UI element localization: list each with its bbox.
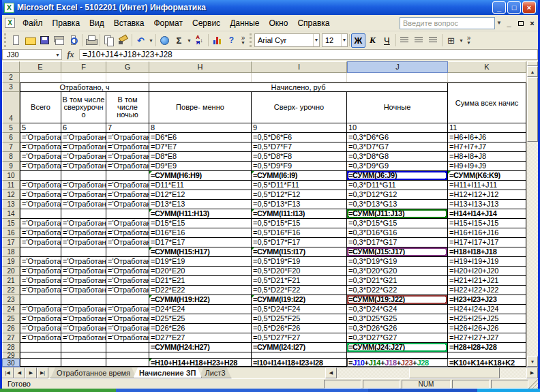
cell-J22[interactable]: =0,3*D22*G22 [347, 286, 448, 295]
cell-H29[interactable] [149, 352, 252, 359]
cell-I21[interactable]: =0,5*D21*F21 [252, 276, 347, 286]
question-input[interactable]: Введите вопрос [400, 17, 495, 29]
cell-F21[interactable]: ='Отработан [61, 276, 106, 286]
cell-H16[interactable]: =D16*E16 [149, 228, 252, 238]
select-all-box[interactable] [2, 61, 20, 73]
cell-H2[interactable] [149, 73, 252, 82]
cell-G11[interactable]: ='Отработан [106, 181, 149, 190]
cell-K30[interactable]: =K10+K14+K18+K2 [448, 359, 526, 367]
formula-input[interactable]: =J10+J14+J18+J23+J28 [80, 49, 538, 60]
cell-J20[interactable]: =0,3*D20*G20 [347, 267, 448, 276]
borders-icon[interactable]: ⊞ [444, 33, 458, 48]
cell-F12[interactable]: ='Отработан [61, 190, 106, 200]
print-icon[interactable] [84, 33, 98, 48]
cell-I29[interactable] [252, 352, 347, 359]
row-header-17[interactable]: 17 [2, 238, 20, 247]
cell-J8[interactable]: =0,3*D8*G8 [347, 152, 448, 162]
cell-H6[interactable]: =D6*E6 [149, 133, 252, 142]
cell-I26[interactable]: =0,5*D26*F26 [252, 324, 347, 333]
cell-K23[interactable]: =H23+I23+J23 [448, 295, 526, 305]
cell-K5[interactable]: 11 [448, 123, 526, 133]
cell-J30[interactable]: =J10+J14+J18+J23+J28 [347, 359, 448, 367]
cell-E5[interactable]: 5 [20, 123, 61, 133]
cell-nochnye-header[interactable]: Ночные [347, 92, 448, 123]
cell-G10[interactable] [106, 171, 149, 181]
cell-G20[interactable]: ='Отработан [106, 267, 149, 276]
row-header-15[interactable]: 15 [2, 219, 20, 228]
cell-G28[interactable] [106, 343, 149, 352]
sheet-tab-1[interactable]: Отработанное время [50, 367, 136, 378]
cell-K24[interactable]: =H24+I24+J24 [448, 305, 526, 314]
row-header-10[interactable]: 10 [2, 171, 20, 181]
doc-minimize-button[interactable]: _ [503, 19, 515, 27]
cell-E8[interactable]: ='Отработан [20, 152, 61, 162]
new-icon[interactable] [9, 33, 23, 48]
cell-J24[interactable]: =0,3*D24*G24 [347, 305, 448, 314]
font-size-combo[interactable]: 12▼ [322, 33, 348, 47]
menu-item-1[interactable]: Файл [18, 16, 48, 30]
cell-E23[interactable] [20, 295, 61, 305]
cell-J5[interactable]: 10 [347, 123, 448, 133]
cell-K16[interactable]: =H16+I16+J16 [448, 228, 526, 238]
cell-E25[interactable]: ='Отработан [20, 314, 61, 324]
standard-overflow-icon[interactable]: »▼ [239, 35, 247, 45]
row-header-21[interactable]: 21 [2, 276, 20, 286]
last-sheet-icon[interactable]: ▶| [37, 367, 48, 378]
row-header-8[interactable]: 8 [2, 152, 20, 162]
cell-H15[interactable]: =D15*E15 [149, 219, 252, 228]
cell-I5[interactable]: 9 [252, 123, 347, 133]
cell-G15[interactable]: ='Отработан [106, 219, 149, 228]
cell-E11[interactable]: ='Отработан [20, 181, 61, 190]
formatting-overflow-icon[interactable]: »▼ [464, 35, 473, 45]
cell-E18[interactable] [20, 247, 61, 257]
menu-item-5[interactable]: Формат [149, 16, 188, 30]
cell-J26[interactable]: =0,3*D26*G26 [347, 324, 448, 333]
cell-F9[interactable]: ='Отработан [61, 162, 106, 171]
cell-I13[interactable]: =0,5*D13*F13 [252, 200, 347, 209]
hyperlink-icon[interactable] [158, 33, 172, 48]
font-size-dropdown-icon[interactable]: ▼ [341, 34, 347, 46]
cell-J18[interactable]: =СУММ(J15:J17) [347, 247, 448, 257]
cell-H27[interactable]: =D27*E27 [149, 333, 252, 343]
cell-H24[interactable]: =D24*E24 [149, 305, 252, 314]
cell-H26[interactable]: =D26*E26 [149, 324, 252, 333]
menu-item-3[interactable]: Вид [85, 16, 109, 30]
cell-F8[interactable]: ='Отработан [61, 152, 106, 162]
cell-I23[interactable]: =СУММ(I19:I22) [252, 295, 347, 305]
cell-I2[interactable] [252, 73, 347, 82]
underline-button[interactable]: Ч [380, 33, 394, 48]
cell-H22[interactable]: =D22*E22 [149, 286, 252, 295]
cell-E7[interactable]: ='Отработан [20, 142, 61, 152]
close-button[interactable]: × [522, 1, 536, 14]
row-header-23[interactable]: 23 [2, 295, 20, 305]
cell-E19[interactable]: ='Отработан [20, 257, 61, 267]
cell-vtom-noch-header[interactable]: В том числе ночью [106, 92, 149, 123]
cell-vsego-header[interactable]: Всего [20, 92, 61, 123]
cell-K15[interactable]: =H15+I15+J15 [448, 219, 526, 228]
cell-G18[interactable] [106, 247, 149, 257]
sheet-tab-2[interactable]: Начисление ЗП [133, 367, 202, 378]
mail-icon[interactable] [52, 33, 66, 48]
toolbar-grip[interactable] [4, 33, 7, 47]
cell-K19[interactable]: =H19+I19+J19 [448, 257, 526, 267]
vertical-split-box[interactable] [527, 61, 538, 66]
menu-item-7[interactable]: Данные [225, 16, 264, 30]
cell-I20[interactable]: =0,5*D20*F20 [252, 267, 347, 276]
cell-F28[interactable] [61, 343, 106, 352]
cell-I7[interactable]: =0,5*D7*F7 [252, 142, 347, 152]
open-icon[interactable] [23, 33, 38, 48]
cell-K28[interactable]: =H28+I28+J28 [448, 343, 526, 352]
undo-dropdown-icon[interactable]: ▼ [148, 38, 154, 43]
cell-G24[interactable]: ='Отработан [106, 305, 149, 314]
cell-sverhurochno-header[interactable]: Сверх- урочно [252, 92, 347, 123]
cell-H13[interactable]: =D13*E13 [149, 200, 252, 209]
row-header-16[interactable]: 16 [2, 228, 20, 238]
minimize-button[interactable]: _ [492, 1, 506, 14]
scroll-up-icon[interactable]: ▲ [527, 66, 538, 77]
cell-E29[interactable] [20, 352, 61, 359]
cell-H10[interactable]: =СУММ(H6:H9) [149, 171, 252, 181]
cell-G25[interactable]: ='Отработан [106, 314, 149, 324]
cell-F10[interactable] [61, 171, 106, 181]
cell-H30[interactable]: =H10+H14+H18+H23+H28 [149, 359, 252, 367]
row-header-11[interactable]: 11 [2, 181, 20, 190]
